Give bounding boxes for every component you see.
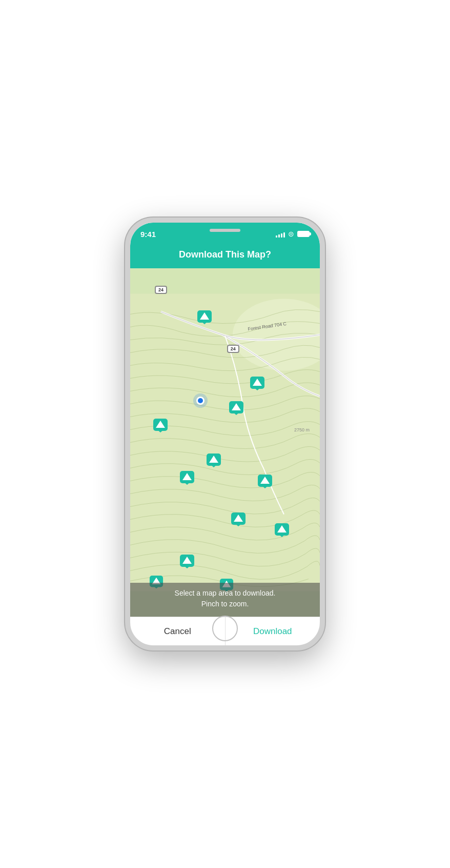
map-container[interactable]: Forest Road 704 C 2750 m 24 24 bbox=[130, 268, 320, 617]
camp-marker-10[interactable] bbox=[179, 554, 195, 571]
camp-marker-1[interactable] bbox=[197, 310, 212, 327]
phone-frame: 9:41 ⊜ Download This Map? bbox=[125, 218, 325, 650]
signal-icon bbox=[276, 230, 285, 238]
camp-marker-3[interactable] bbox=[229, 401, 244, 418]
status-time: 9:41 bbox=[140, 230, 156, 239]
map-hint-text: Select a map area to download. Pinch to … bbox=[140, 588, 310, 609]
download-button[interactable]: Download bbox=[226, 617, 320, 645]
cancel-button[interactable]: Cancel bbox=[130, 617, 226, 645]
home-button[interactable] bbox=[212, 616, 238, 641]
speaker bbox=[210, 229, 240, 232]
road-shield-1: 24 bbox=[155, 286, 167, 294]
status-bar: 9:41 ⊜ bbox=[130, 223, 320, 245]
screen-content: 9:41 ⊜ Download This Map? bbox=[130, 223, 320, 645]
camp-marker-5[interactable] bbox=[206, 453, 221, 470]
camp-marker-6[interactable] bbox=[179, 470, 195, 488]
wifi-icon: ⊜ bbox=[288, 230, 294, 238]
camp-marker-9[interactable] bbox=[274, 523, 290, 540]
camp-marker-7[interactable] bbox=[257, 474, 273, 491]
status-icons: ⊜ bbox=[276, 230, 310, 238]
phone-wrapper: 9:41 ⊜ Download This Map? bbox=[0, 0, 450, 868]
battery-icon bbox=[297, 231, 310, 237]
camp-marker-8[interactable] bbox=[231, 512, 246, 529]
svg-text:2750 m: 2750 m bbox=[294, 427, 310, 432]
location-dot bbox=[196, 397, 204, 405]
road-shield-2: 24 bbox=[227, 345, 239, 353]
map-overlay: Select a map area to download. Pinch to … bbox=[130, 583, 320, 617]
page-title: Download This Map? bbox=[179, 249, 271, 260]
camp-marker-4[interactable] bbox=[153, 418, 168, 436]
camp-marker-2[interactable] bbox=[250, 376, 265, 393]
map-background: Forest Road 704 C 2750 m bbox=[130, 268, 320, 617]
app-header: Download This Map? bbox=[130, 245, 320, 268]
